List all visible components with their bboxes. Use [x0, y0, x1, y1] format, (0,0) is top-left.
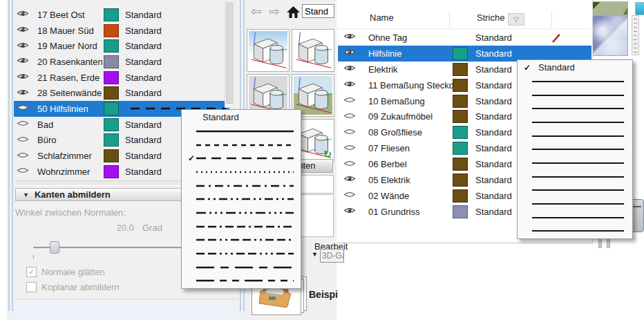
dash-style-label[interactable]: Standard	[125, 41, 162, 51]
eye-open-icon[interactable]	[17, 72, 29, 83]
dash-style-label[interactable]: Standard	[125, 88, 162, 98]
dash-style-label[interactable]: Standard	[125, 10, 162, 20]
scrollbar-grip[interactable]	[607, 238, 610, 248]
eye-closed-icon[interactable]	[343, 143, 356, 154]
color-swatch[interactable]	[453, 142, 468, 155]
eye-closed-icon[interactable]	[343, 190, 356, 201]
color-swatch[interactable]	[104, 118, 119, 131]
dropdown-item-standard[interactable]: ✓ Standard	[518, 60, 632, 75]
color-swatch[interactable]	[104, 8, 119, 21]
dash-pattern-item[interactable]	[518, 88, 632, 102]
dash-pattern-item[interactable]	[182, 165, 301, 179]
dash-style-label[interactable]: Standard	[125, 120, 162, 130]
dash-style-label[interactable]: Standard	[475, 32, 512, 43]
scrollbar[interactable]	[225, 1, 234, 108]
dash-pattern-item[interactable]	[182, 220, 301, 234]
eye-open-icon[interactable]	[343, 32, 356, 43]
eye-closed-icon[interactable]	[343, 127, 356, 138]
layer-row[interactable]: 18 Mauer Süd Standard	[14, 23, 229, 39]
column-divider[interactable]	[449, 11, 450, 28]
back-button[interactable]: ⇦	[251, 4, 262, 19]
dash-pattern-item[interactable]	[182, 124, 301, 138]
eye-open-icon[interactable]	[17, 41, 29, 52]
color-swatch[interactable]	[104, 71, 119, 84]
color-swatch[interactable]	[453, 110, 468, 123]
dash-pattern-item[interactable]	[182, 261, 301, 274]
dash-pattern-item[interactable]	[518, 225, 632, 238]
dash-pattern-item[interactable]	[182, 179, 301, 193]
eye-open-icon[interactable]	[343, 174, 356, 185]
color-swatch[interactable]	[104, 102, 119, 115]
angle-slider-thumb[interactable]	[50, 241, 59, 254]
scrollbar-thumb[interactable]	[226, 3, 233, 104]
layer-row[interactable]: 19 Mauer Nord Standard	[14, 38, 229, 54]
dash-pattern-item[interactable]	[518, 156, 632, 170]
style-thumbnail[interactable]	[292, 29, 334, 72]
color-swatch[interactable]	[104, 86, 119, 100]
dash-pattern-item[interactable]	[518, 170, 632, 184]
eye-closed-icon[interactable]	[17, 103, 29, 114]
components-source-combo[interactable]: 3D-Ga	[320, 249, 344, 263]
color-swatch[interactable]	[453, 126, 468, 139]
color-swatch[interactable]	[453, 47, 468, 60]
dash-style-label[interactable]: Standard	[475, 64, 512, 75]
style-thumbnail-partial[interactable]	[592, 1, 628, 15]
layer-row[interactable]: 17 Beet Ost Standard	[14, 7, 229, 23]
dropdown-item-standard[interactable]: Standard	[182, 110, 301, 124]
dash-pattern-item[interactable]	[518, 142, 632, 156]
dash-style-label[interactable]: Standard	[475, 96, 512, 106]
dash-style-label[interactable]: Standard	[475, 48, 512, 59]
vertical-tab-strip[interactable]	[632, 15, 639, 55]
color-swatch[interactable]	[453, 79, 468, 92]
dash-pattern-item[interactable]	[518, 115, 632, 129]
eye-open-icon[interactable]	[17, 56, 29, 67]
checkbox[interactable]	[26, 282, 37, 292]
dash-pattern-item[interactable]	[182, 206, 301, 220]
eye-closed-icon[interactable]	[17, 119, 29, 130]
dash-style-label[interactable]: Standard	[125, 135, 162, 145]
eye-open-icon[interactable]	[17, 25, 29, 36]
combo-arrow-icon[interactable]: ▼	[312, 251, 318, 258]
filter-icon[interactable]: ▽	[508, 13, 524, 26]
dash-pattern-item[interactable]	[182, 274, 301, 288]
eye-open-icon[interactable]	[343, 206, 356, 217]
dash-style-label[interactable]: Standard	[475, 143, 512, 153]
style-search-input[interactable]	[302, 4, 334, 18]
dash-pattern-item[interactable]	[518, 197, 632, 211]
pencil-icon[interactable]	[550, 32, 561, 43]
column-divider[interactable]	[551, 11, 552, 28]
sky-style-thumbnail[interactable]	[592, 15, 628, 56]
eye-closed-icon[interactable]	[343, 159, 356, 170]
dash-pattern-item[interactable]	[182, 138, 301, 152]
layer-row[interactable]: 20 Rasenkanten Standard	[14, 54, 229, 70]
dash-pattern-item[interactable]	[518, 211, 632, 225]
eye-open-icon[interactable]	[343, 64, 356, 75]
color-swatch[interactable]	[453, 189, 468, 203]
tag-row[interactable]: Ohne Tag Standard	[338, 30, 591, 46]
dash-style-label[interactable]: Standard	[125, 73, 162, 83]
eye-closed-icon[interactable]	[343, 95, 356, 106]
dash-style-label[interactable]: Standard	[475, 159, 512, 169]
dash-style-label[interactable]: Standard	[475, 111, 512, 122]
eye-open-icon[interactable]	[17, 88, 29, 99]
color-swatch[interactable]	[453, 205, 468, 218]
dash-style-label[interactable]: Standard	[125, 167, 162, 177]
dash-pattern-item[interactable]	[518, 129, 632, 143]
dash-pattern-item[interactable]	[518, 75, 632, 88]
color-swatch[interactable]	[104, 133, 119, 147]
color-swatch[interactable]	[104, 39, 119, 53]
dash-style-label[interactable]: Standard	[125, 26, 162, 36]
dash-pattern-item[interactable]	[518, 102, 632, 115]
dash-style-label[interactable]: Standard	[125, 57, 162, 67]
dash-pattern-item[interactable]	[182, 192, 301, 206]
color-swatch[interactable]	[104, 24, 119, 37]
color-swatch[interactable]	[453, 173, 468, 187]
dash-style-label[interactable]: Standard	[475, 191, 512, 201]
dash-style-label[interactable]: Standard	[475, 80, 512, 91]
color-swatch[interactable]	[453, 95, 468, 108]
dash-pattern-item[interactable]: ✓	[182, 151, 301, 165]
column-header-dashes[interactable]: Striche	[477, 12, 504, 23]
dash-pattern-item[interactable]	[182, 247, 301, 261]
dash-pattern-item[interactable]	[182, 234, 301, 247]
dash-style-label[interactable]: Standard	[125, 151, 162, 161]
